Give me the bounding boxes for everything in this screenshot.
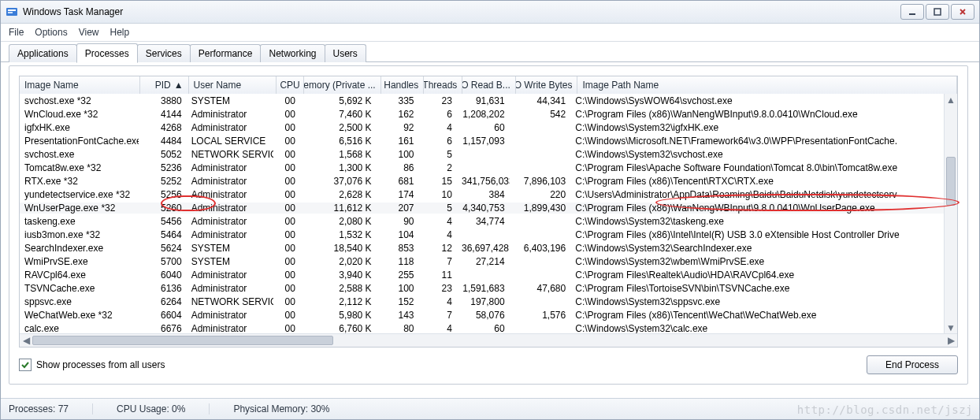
- cell: RTX.exe *32: [20, 176, 139, 187]
- table-row[interactable]: RTX.exe *325252Administrator0037,076 K68…: [20, 174, 945, 188]
- cell: 6136: [139, 283, 186, 294]
- menu-help[interactable]: Help: [110, 27, 130, 38]
- cell: 80: [377, 323, 419, 334]
- tab-applications[interactable]: Applications: [9, 44, 77, 62]
- cell: 2,500 K: [300, 122, 377, 133]
- cell: 00: [273, 269, 300, 281]
- cell: 853: [377, 243, 419, 254]
- cell: SearchIndexer.exe: [20, 243, 139, 254]
- cell: 5456: [139, 216, 186, 227]
- scroll-thumb-horizontal[interactable]: [32, 336, 333, 345]
- cell: 11: [419, 269, 457, 281]
- cell: 1,568 K: [300, 149, 377, 160]
- cell: NETWORK SERVICE: [187, 149, 273, 160]
- scroll-right-icon[interactable]: ▶: [945, 334, 957, 347]
- cell: 00: [273, 229, 300, 240]
- cell: 00: [273, 95, 300, 106]
- table-row[interactable]: WnCloud.exe *324144Administrator007,460 …: [20, 107, 945, 121]
- table-row[interactable]: Tomcat8w.exe *325236Administrator001,300…: [20, 161, 945, 174]
- col-memory[interactable]: Memory (Private ...: [304, 76, 381, 94]
- scroll-thumb-vertical[interactable]: [946, 157, 956, 206]
- tab-processes[interactable]: Processes: [76, 43, 138, 63]
- minimize-button[interactable]: [900, 4, 924, 20]
- cell: igfxHK.exe: [20, 122, 139, 133]
- table-row[interactable]: SearchIndexer.exe5624SYSTEM0018,540 K853…: [20, 241, 945, 255]
- cell: 6040: [139, 269, 186, 281]
- table-row[interactable]: iusb3mon.exe *325464Administrator001,532…: [20, 228, 945, 241]
- table-row[interactable]: calc.exe6676Administrator006,760 K80460C…: [20, 322, 945, 334]
- cell: 1,532 K: [300, 229, 377, 240]
- cell: 7: [419, 310, 457, 321]
- cell: 00: [273, 296, 300, 307]
- col-io-read[interactable]: I/O Read B...: [462, 76, 516, 94]
- table-row[interactable]: sppsvc.exe6264NETWORK SERVICE002,112 K15…: [20, 295, 945, 308]
- cell: 58,076: [457, 310, 510, 321]
- show-all-users-checkbox[interactable]: [19, 359, 32, 371]
- col-path[interactable]: Image Path Name: [577, 76, 957, 94]
- cell: RAVCpl64.exe: [20, 269, 139, 281]
- cell: 6676: [139, 323, 186, 334]
- menu-options[interactable]: Options: [35, 27, 67, 38]
- cell: 4484: [139, 136, 186, 147]
- tab-networking[interactable]: Networking: [260, 44, 325, 62]
- scroll-down-icon[interactable]: ▼: [945, 322, 957, 334]
- tab-performance[interactable]: Performance: [190, 44, 262, 62]
- cell: 2,588 K: [300, 283, 377, 294]
- cell: 384: [457, 189, 510, 200]
- table-row[interactable]: igfxHK.exe4268Administrator002,500 K9246…: [20, 121, 945, 134]
- cell: C:\Windows\System32\wbem\WmiPrvSE.exe: [570, 256, 945, 267]
- col-io-write[interactable]: I/O Write Bytes: [516, 76, 578, 94]
- cell: 1,576: [510, 310, 571, 321]
- cell: 5: [419, 149, 457, 160]
- cell: 23: [419, 283, 457, 294]
- col-handles[interactable]: Handles: [381, 76, 425, 94]
- cell: 1,899,430: [510, 203, 571, 214]
- table-row[interactable]: TSVNCache.exe6136Administrator002,588 K1…: [20, 281, 945, 295]
- menu-view[interactable]: View: [79, 27, 99, 38]
- table-row[interactable]: RAVCpl64.exe6040Administrator003,940 K25…: [20, 268, 945, 281]
- table-row[interactable]: taskeng.exe5456Administrator002,080 K904…: [20, 214, 945, 228]
- table-row[interactable]: WeChatWeb.exe *326604Administrator005,98…: [20, 308, 945, 322]
- table-row[interactable]: PresentationFontCache.exe4484LOCAL SERVI…: [20, 134, 945, 147]
- cell: 6,516 K: [300, 136, 377, 147]
- table-row[interactable]: yundetectservice.exe *325256Administrato…: [20, 188, 945, 201]
- cell: 00: [273, 136, 300, 147]
- vertical-scrollbar[interactable]: ▲ ▼: [944, 94, 957, 334]
- scroll-left-icon[interactable]: ◀: [20, 334, 32, 347]
- cell: 2,112 K: [300, 296, 377, 307]
- cell: 2,628 K: [300, 189, 377, 200]
- tab-services[interactable]: Services: [137, 44, 191, 62]
- table-row[interactable]: svchost.exe *323880SYSTEM005,692 K335239…: [20, 94, 945, 107]
- menu-file[interactable]: File: [9, 27, 24, 38]
- cell: 36,697,428: [457, 243, 510, 254]
- status-cpu: CPU Usage: 0%: [117, 403, 210, 414]
- table-row[interactable]: WnUserPage.exe *325260Administrator0011,…: [20, 201, 945, 214]
- cell: 4: [419, 122, 457, 133]
- grid-body[interactable]: svchost.exe *323880SYSTEM005,692 K335239…: [20, 94, 945, 334]
- end-process-button[interactable]: End Process: [867, 355, 958, 374]
- cell: 00: [273, 162, 300, 173]
- scroll-up-icon[interactable]: ▲: [945, 94, 957, 106]
- cell: 60: [457, 323, 510, 334]
- col-user[interactable]: User Name: [189, 76, 277, 94]
- tab-users[interactable]: Users: [325, 44, 366, 62]
- cell: 161: [377, 136, 419, 147]
- horizontal-scrollbar[interactable]: ◀ ▶: [20, 333, 957, 347]
- cell: 2,080 K: [300, 216, 377, 227]
- cell: 118: [377, 256, 419, 267]
- grid-header: Image Name PID▲ User Name CPU Memory (Pr…: [20, 76, 957, 95]
- cell: 100: [377, 283, 419, 294]
- svg-rect-2: [8, 12, 13, 13]
- col-threads[interactable]: Threads: [424, 76, 462, 94]
- table-row[interactable]: svchost.exe5052NETWORK SERVICE001,568 K1…: [20, 147, 945, 161]
- col-pid[interactable]: PID▲: [140, 76, 188, 94]
- cell: SYSTEM: [187, 95, 273, 106]
- titlebar[interactable]: Windows Task Manager: [1, 1, 979, 24]
- cell: 2: [419, 162, 457, 173]
- cell: WnUserPage.exe *32: [20, 203, 139, 214]
- col-image[interactable]: Image Name: [20, 76, 140, 94]
- table-row[interactable]: WmiPrvSE.exe5700SYSTEM002,020 K118727,21…: [20, 255, 945, 268]
- close-button[interactable]: [951, 4, 974, 20]
- maximize-button[interactable]: [926, 4, 949, 20]
- col-cpu[interactable]: CPU: [277, 76, 303, 94]
